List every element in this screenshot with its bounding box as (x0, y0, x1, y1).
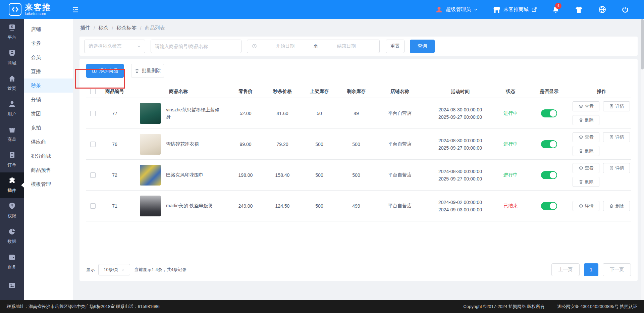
brand-logo[interactable]: 来客推 laiketui.com (0, 3, 67, 16)
sidebar-item-auction[interactable]: 竞拍 (24, 121, 73, 135)
activity-time: 2024-08-30 00:00:00 2025-09-27 00:00:00 (425, 168, 495, 182)
user-menu[interactable]: 超级管理员 (435, 6, 478, 14)
globe-icon[interactable] (598, 5, 606, 14)
document-icon (609, 166, 614, 170)
detail-button[interactable]: 详情 (603, 132, 630, 142)
chevron-down-icon (474, 7, 478, 12)
listed-stock: 50 (301, 111, 338, 116)
breadcrumb-item[interactable]: 插件 (80, 25, 90, 31)
sidebar-item-users[interactable]: 用户 (0, 96, 24, 121)
seckill-status-select[interactable]: 请选择秒杀状态 (84, 40, 145, 53)
reset-button[interactable]: 重置 (386, 40, 405, 53)
delete-button[interactable]: 删除 (603, 201, 630, 211)
batch-delete-button[interactable]: 批量删除 (131, 64, 164, 78)
seckill-price: 79.20 (264, 142, 301, 147)
sidebar-item-platform[interactable]: S 平台 (0, 19, 24, 45)
store-name: 平台自营店 (375, 110, 425, 116)
sidebar-item-presale[interactable]: 商品预售 (24, 163, 73, 177)
retail-price: 52.00 (227, 111, 264, 116)
mall-link[interactable]: 来客推商城 (493, 6, 537, 14)
search-input[interactable] (155, 44, 237, 49)
secondary-sidebar: 店铺 卡券 会员 直播 秒杀 分销 拼团 竞拍 供应商 积分商城 商品预售 模板… (24, 19, 73, 300)
query-button[interactable]: 查询 (410, 40, 435, 53)
page-size-select[interactable]: 10条/页 (98, 264, 130, 275)
end-date-input[interactable]: 结束日期 (318, 43, 375, 49)
detail-button[interactable]: 详情 (603, 163, 630, 173)
add-product-button[interactable]: 添加商品 (86, 64, 124, 78)
power-icon[interactable] (621, 6, 629, 14)
sidebar-item-template[interactable]: 模板管理 (24, 177, 73, 191)
vertical-scrollbar[interactable] (641, 19, 644, 300)
view-button[interactable]: 查看 (573, 101, 599, 111)
sidebar-item-groupbuy[interactable]: 拼团 (24, 107, 73, 121)
footer-copyright: Copyright ©2017-2024 拾捌网络 版权所有 (463, 304, 544, 310)
next-page-button[interactable]: 下一页 (603, 263, 631, 276)
sidebar-item-orders[interactable]: 订单 (0, 147, 24, 172)
sidebar-item-finance[interactable]: 财务 (0, 249, 24, 274)
sidebar-item-distribution[interactable]: 分销 (24, 93, 73, 107)
sidebar-item-live[interactable]: 直播 (24, 64, 73, 79)
sidebar-item-home[interactable]: 首页 (0, 70, 24, 96)
delete-button[interactable]: 删除 (573, 177, 599, 187)
delete-button[interactable]: 删除 (573, 115, 599, 125)
clipboard-icon (8, 151, 16, 160)
platform-s-icon: S (8, 23, 16, 33)
activity-time: 2024-08-30 00:00:00 2025-09-27 00:00:00 (425, 137, 495, 152)
sidebar-item-member[interactable]: 会员 (24, 50, 73, 64)
visibility-toggle[interactable] (541, 202, 557, 210)
row-checkbox[interactable] (90, 172, 96, 178)
listed-stock: 500 (301, 172, 338, 178)
notification-badge: 4 (555, 3, 561, 9)
delete-button[interactable]: 删除 (573, 146, 599, 156)
table-header-row: 商品编号 商品名称 零售价 秒杀价格 上架库存 剩余库存 店铺名称 活动时间 状… (86, 86, 631, 98)
visibility-toggle[interactable] (541, 109, 557, 117)
image-icon (8, 281, 16, 291)
sidebar-item-store[interactable]: 店铺 (24, 22, 73, 36)
detail-button[interactable]: 详情 (573, 201, 599, 211)
detail-button[interactable]: 详情 (603, 101, 630, 111)
sidebar-item-products[interactable]: 商品 (0, 121, 24, 147)
notifications-button[interactable]: 4 (552, 6, 560, 14)
sidebar-item-points-mall[interactable]: 积分商城 (24, 149, 73, 163)
sidebar-item-permissions[interactable]: 权限 (0, 198, 24, 223)
eye-icon (579, 135, 583, 140)
chevron-down-icon (137, 44, 141, 48)
sidebar-item-media[interactable] (0, 274, 24, 300)
menu-fold-icon[interactable] (72, 6, 79, 13)
row-checkbox[interactable] (90, 142, 96, 147)
product-image (140, 165, 161, 186)
select-all-checkbox[interactable] (90, 89, 96, 94)
tshirt-icon[interactable] (575, 5, 583, 14)
view-button[interactable]: 查看 (573, 132, 599, 142)
scrollbar-thumb[interactable] (641, 19, 644, 69)
col-visibility: 是否显示 (526, 89, 573, 95)
sidebar-item-coupon[interactable]: 卡券 (24, 36, 73, 50)
visibility-toggle[interactable] (541, 171, 557, 179)
trash-icon (135, 68, 140, 73)
col-product-name: 商品名称 (130, 89, 227, 95)
prev-page-button[interactable]: 上一页 (551, 263, 580, 276)
listed-stock: 500 (301, 142, 338, 147)
start-date-input[interactable]: 开始日期 (257, 43, 314, 49)
page-number-button[interactable]: 1 (584, 263, 598, 276)
seckill-price: 158.40 (264, 172, 301, 178)
sidebar-item-mall[interactable]: 商城 (0, 45, 24, 70)
sidebar-item-plugins[interactable]: 插件 (0, 172, 24, 198)
document-icon (609, 135, 614, 140)
visibility-toggle[interactable] (541, 140, 557, 148)
row-checkbox[interactable] (90, 203, 96, 209)
breadcrumb-item[interactable]: 秒杀 (98, 25, 108, 31)
sidebar-item-data[interactable]: 数据 (0, 223, 24, 249)
product-image (140, 134, 161, 155)
sidebar-item-seckill[interactable]: 秒杀 (24, 79, 73, 93)
breadcrumb-item[interactable]: 秒杀标签 (116, 25, 137, 31)
remaining-stock: 499 (338, 203, 375, 209)
product-search-field[interactable] (151, 40, 241, 53)
date-range-picker[interactable]: 开始日期 至 结束日期 (247, 40, 380, 53)
footer-beian[interactable]: 湘公网安备 43010402000895号 执照认证 (557, 304, 637, 310)
row-checkbox[interactable] (90, 111, 96, 116)
view-button[interactable]: 查看 (573, 163, 599, 173)
status-text: 进行中 (503, 141, 518, 147)
sidebar-item-supplier[interactable]: 供应商 (24, 135, 73, 149)
store-name: 平台自营店 (375, 141, 425, 147)
